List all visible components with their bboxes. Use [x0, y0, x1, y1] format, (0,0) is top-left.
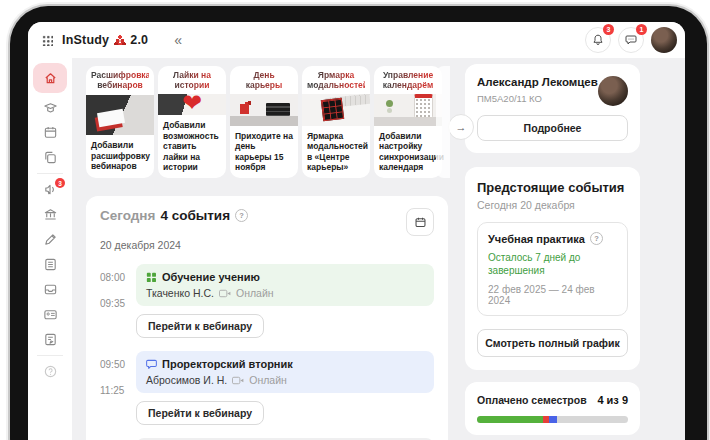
event-main: Проректорский вторник Абросимов И. Н.	[136, 351, 434, 425]
topbar: InStudy 2.0 « 3 1	[28, 22, 685, 58]
story-title: Управление календарём	[379, 71, 437, 91]
calendar-shape	[414, 94, 433, 118]
student-group: ПМ5А20/11 КО	[477, 93, 598, 104]
story-card-career-day[interactable]: День карьеры Приходите на день карьеры 1…	[230, 66, 298, 178]
story-caption: Добавили настройку синхронизации календа…	[379, 131, 437, 174]
upcoming-subtitle: Сегодня 20 декабря	[477, 199, 628, 211]
semesters-card: Оплачено семестров 4 из 9	[465, 382, 640, 435]
event-person: Абросимов И. Н.	[146, 374, 227, 386]
sidebar-item-home[interactable]	[33, 63, 67, 93]
events-title: Сегодня 4 события ?	[100, 208, 248, 223]
join-webinar-button[interactable]: Перейти к вебинару	[136, 314, 264, 338]
collapse-sidebar-button[interactable]: «	[174, 32, 182, 48]
paper-shape	[97, 109, 125, 127]
story-title: Расшифровка вебинаров	[91, 71, 149, 92]
journal-icon	[43, 257, 58, 272]
user-avatar[interactable]	[651, 27, 677, 53]
right-panel: Александр Лекомцев ПМ5А20/11 КО Подробне…	[465, 64, 640, 440]
today-events-card: Сегодня 4 события ? 20 дек	[86, 196, 448, 440]
story-title: День карьеры	[235, 71, 293, 91]
calendar-icon	[43, 125, 58, 140]
progress-paid	[477, 416, 543, 423]
event-times: 08:00 09:35	[100, 264, 136, 338]
stories-next-button[interactable]: →	[448, 114, 474, 140]
practice-card[interactable]: Учебная практика ? Осталось 7 дней до за…	[477, 222, 628, 316]
event-pill[interactable]: Обучение учению Ткаченко Н.С. Онла	[136, 264, 434, 306]
events-info-icon[interactable]: ?	[235, 209, 248, 222]
main-column: Расшифровка вебинаров Добавили расшифров…	[86, 66, 448, 440]
app-body: 3	[28, 58, 685, 440]
upcoming-events-card: Предстоящие события Сегодня 20 декабря У…	[465, 167, 640, 370]
sidebar-item-help[interactable]	[33, 359, 67, 384]
chat-bubble-icon	[146, 359, 157, 370]
sidebar-divider	[37, 173, 63, 174]
practice-dates: 22 фев 2025 — 24 фев 2024	[488, 284, 617, 306]
bell-icon	[592, 34, 604, 46]
story-caption: Добавили возможность ставить лайки на ис…	[163, 120, 221, 173]
events-date: 20 декабря 2024	[100, 239, 434, 251]
story-card-partial[interactable]	[436, 66, 450, 178]
full-schedule-button[interactable]: Смотреть полный график	[477, 329, 628, 357]
profile-card: Александр Лекомцев ПМ5А20/11 КО Подробне…	[465, 64, 640, 153]
books-shape	[266, 103, 290, 116]
sidebar-item-courses[interactable]	[33, 95, 67, 120]
messages-button[interactable]: 1	[618, 27, 644, 53]
sidebar-item-id-card[interactable]	[33, 302, 67, 327]
event-mode: Онлайн	[236, 287, 274, 299]
event-title: Обучение учению	[162, 271, 260, 283]
sidebar-item-contracts[interactable]	[33, 327, 67, 352]
stories-row: Расшифровка вебинаров Добавили расшифров…	[86, 66, 448, 178]
progress-next	[549, 416, 557, 423]
sidebar-item-journal[interactable]	[33, 252, 67, 277]
event-start: 08:00	[100, 272, 136, 283]
story-card-webinar-transcripts[interactable]: Расшифровка вебинаров Добавили расшифров…	[86, 66, 154, 178]
desk-calendar-image	[374, 94, 442, 126]
berry-logo-icon	[114, 35, 126, 45]
story-card-modalities-fair[interactable]: Ярмарка модальностей Ярмарка модальносте…	[302, 66, 370, 178]
story-title: Ярмарка модальностей	[307, 71, 365, 91]
notifications-button[interactable]: 3	[585, 27, 611, 53]
story-card-story-likes[interactable]: Лайки на истории ❤ Добавили возможность …	[158, 66, 226, 178]
app-grid-icon[interactable]	[42, 35, 53, 46]
practice-title: Учебная практика	[488, 233, 585, 245]
semesters-label: Оплачено семестров	[477, 394, 597, 406]
red-heart-image: ❤	[158, 94, 226, 115]
student-avatar[interactable]	[598, 76, 628, 106]
semesters-progress-bar	[477, 416, 628, 423]
event-person: Ткаченко Н.С.	[146, 287, 214, 299]
semesters-value: 4 из 9	[597, 394, 628, 406]
cube-shape	[321, 97, 344, 120]
student-name: Александр Лекомцев	[477, 76, 598, 90]
sidebar-item-university[interactable]	[33, 202, 67, 227]
join-webinar-button[interactable]: Перейти к вебинару	[136, 401, 264, 425]
event-end: 11:25	[100, 385, 136, 396]
chat-icon	[625, 34, 637, 46]
event-row-rector-tuesday: 09:50 11:25 Проректорский вторник	[100, 351, 434, 425]
books-and-pencil-cup-image	[230, 94, 298, 126]
heart-icon: ❤	[182, 94, 202, 115]
profile-details-button[interactable]: Подробнее	[477, 115, 628, 141]
topbar-actions: 3 1	[585, 27, 677, 53]
contract-icon	[43, 332, 58, 347]
app-name: InStudy	[62, 33, 109, 47]
practice-info-icon[interactable]: ?	[590, 232, 603, 245]
id-card-icon	[43, 307, 58, 322]
graduation-icon	[43, 100, 58, 115]
story-caption: Ярмарка модальностей в «Центре карьеры»	[307, 131, 365, 174]
pen-icon	[43, 232, 58, 247]
sidebar-item-announcements[interactable]: 3	[33, 177, 67, 202]
sidebar-item-grades[interactable]	[33, 227, 67, 252]
sidebar-item-inbox[interactable]	[33, 277, 67, 302]
event-start: 09:50	[100, 359, 136, 370]
story-card-calendar-management[interactable]: Управление календарём Добавили настройку…	[374, 66, 442, 178]
sidebar-item-schedule[interactable]	[33, 120, 67, 145]
video-camera-icon	[219, 289, 231, 298]
open-calendar-button[interactable]	[406, 208, 434, 236]
event-pill[interactable]: Проректорский вторник Абросимов И. Н.	[136, 351, 434, 393]
sidebar-item-materials[interactable]	[33, 145, 67, 170]
desk-with-papers-image	[86, 95, 154, 135]
home-icon	[43, 71, 58, 86]
practice-status: Осталось 7 дней до завершения	[488, 251, 617, 277]
story-title: Лайки на истории	[163, 71, 221, 91]
upcoming-title: Предстоящие события	[477, 180, 628, 195]
